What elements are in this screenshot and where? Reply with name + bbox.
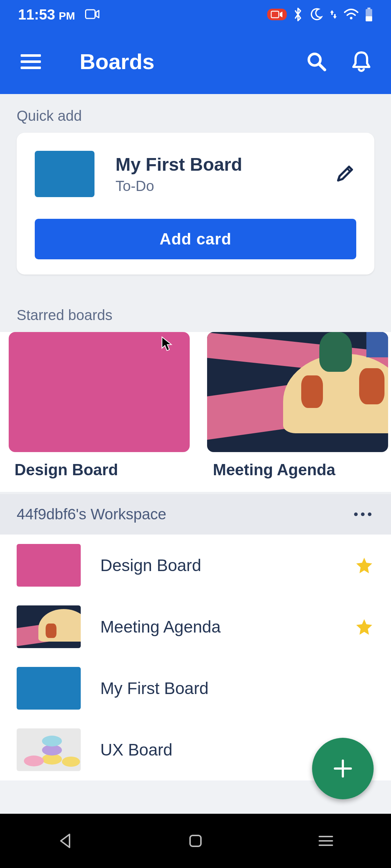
search-icon	[307, 52, 326, 71]
nav-recents-icon	[318, 835, 334, 847]
svg-rect-3	[367, 8, 370, 9]
starred-boards-scroll[interactable]: Design Board Meeting Agenda	[0, 332, 391, 492]
quick-add-heading: Quick add	[0, 94, 391, 133]
starred-boards-heading: Starred boards	[0, 275, 391, 332]
star-filled-icon	[356, 557, 373, 574]
nav-back-icon	[58, 833, 72, 849]
quick-add-row[interactable]: My First Board To-Do	[35, 151, 356, 197]
svg-point-14	[368, 512, 371, 516]
status-time: 11:53	[18, 7, 55, 23]
create-fab[interactable]	[312, 738, 374, 799]
svg-point-13	[361, 512, 365, 516]
bluetooth-icon	[293, 7, 303, 22]
board-thumb	[17, 605, 81, 648]
battery-icon	[365, 8, 373, 21]
star-filled-icon	[356, 618, 373, 635]
board-thumb	[17, 728, 81, 771]
quick-add-board-title: My First Board	[115, 154, 333, 175]
workspace-header[interactable]: 44f9dbf6's Workspace	[0, 494, 391, 535]
star-button[interactable]	[354, 555, 374, 575]
page-title: Boards	[80, 49, 305, 74]
svg-rect-5	[366, 16, 372, 21]
board-name-label: Design Board	[100, 556, 354, 575]
pencil-icon	[335, 165, 354, 183]
menu-button[interactable]	[18, 49, 43, 74]
svg-rect-0	[86, 10, 95, 18]
moon-icon	[309, 8, 323, 21]
quick-add-edit-button[interactable]	[333, 162, 356, 186]
camera-outline-icon	[85, 9, 100, 20]
nav-recents-button[interactable]	[311, 830, 340, 852]
status-right	[267, 7, 373, 22]
status-period: PM	[59, 10, 75, 22]
board-name-label: Meeting Agenda	[207, 461, 388, 479]
svg-rect-8	[21, 67, 41, 69]
board-thumb	[17, 544, 81, 587]
app-bar: Boards	[0, 29, 391, 94]
menu-icon	[21, 54, 41, 69]
quick-add-board-thumb	[35, 151, 94, 197]
nav-back-button[interactable]	[51, 830, 80, 852]
quick-add-text: My First Board To-Do	[115, 154, 333, 194]
starred-board-meeting[interactable]: Meeting Agenda	[207, 332, 388, 479]
board-cover	[9, 332, 190, 452]
data-transfer-icon	[329, 8, 337, 21]
svg-point-12	[354, 512, 358, 516]
plus-icon	[331, 757, 354, 780]
star-button[interactable]	[354, 617, 374, 637]
notifications-button[interactable]	[350, 50, 373, 73]
svg-point-2	[350, 17, 353, 20]
board-cover	[207, 332, 388, 452]
workspace-name: 44f9dbf6's Workspace	[17, 506, 166, 523]
svg-rect-17	[190, 835, 201, 846]
quick-add-card: My First Board To-Do Add card	[17, 133, 374, 275]
workspace-more-button[interactable]	[351, 507, 374, 522]
app-bar-actions	[305, 50, 373, 73]
svg-rect-1	[271, 11, 279, 18]
board-thumb	[17, 667, 81, 710]
board-name-label: Meeting Agenda	[100, 617, 354, 637]
search-button[interactable]	[305, 50, 328, 73]
quick-add-list-name: To-Do	[115, 178, 333, 194]
svg-line-10	[319, 64, 325, 70]
content: Quick add My First Board To-Do Add card …	[0, 94, 391, 780]
status-bar: 11:53 PM	[0, 0, 391, 29]
board-row-myfirst[interactable]: My First Board	[0, 658, 391, 719]
board-row-design[interactable]: Design Board	[0, 535, 391, 596]
nav-home-button[interactable]	[181, 830, 210, 852]
svg-rect-6	[21, 54, 41, 57]
svg-rect-7	[21, 60, 41, 63]
add-card-button[interactable]: Add card	[35, 219, 356, 259]
bell-icon	[352, 51, 371, 72]
board-name-label: Design Board	[9, 461, 190, 479]
svg-line-11	[347, 169, 350, 171]
status-left: 11:53 PM	[18, 7, 100, 23]
starred-board-design[interactable]: Design Board	[9, 332, 190, 479]
screen-record-icon	[267, 9, 287, 20]
board-name-label: My First Board	[100, 678, 374, 698]
system-nav-bar	[0, 814, 391, 868]
board-row-meeting[interactable]: Meeting Agenda	[0, 596, 391, 658]
more-horizontal-icon	[354, 512, 372, 516]
nav-home-icon	[188, 834, 203, 848]
wifi-icon	[344, 9, 358, 20]
